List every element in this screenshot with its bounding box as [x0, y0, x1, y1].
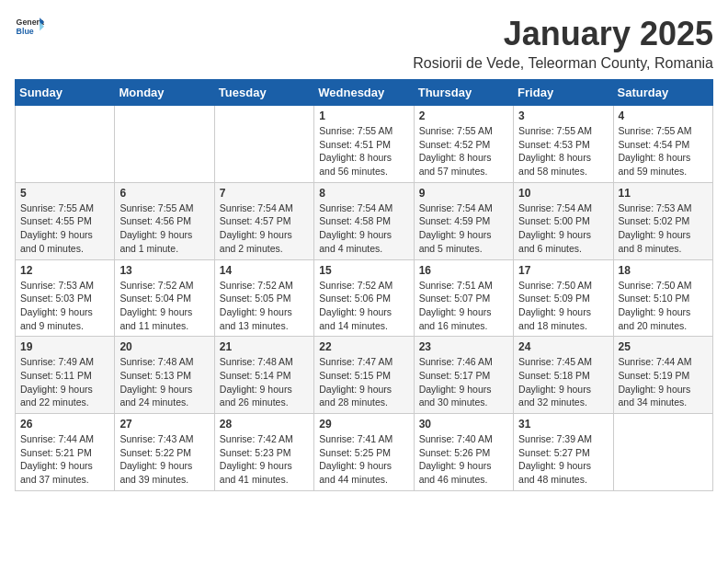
day-number: 12 — [20, 264, 109, 277]
title-area: January 2025 Rosiorii de Vede, Teleorman… — [413, 15, 713, 72]
day-info: Sunrise: 7:46 AM Sunset: 5:17 PM Dayligh… — [419, 355, 508, 409]
weekday-header-friday: Friday — [514, 80, 613, 106]
calendar-cell: 2Sunrise: 7:55 AM Sunset: 4:52 PM Daylig… — [414, 106, 513, 183]
logo: General Blue — [15, 15, 44, 37]
day-number: 2 — [419, 109, 508, 122]
calendar-cell: 30Sunrise: 7:40 AM Sunset: 5:26 PM Dayli… — [414, 414, 513, 491]
calendar-cell: 29Sunrise: 7:41 AM Sunset: 5:25 PM Dayli… — [314, 414, 414, 491]
day-info: Sunrise: 7:41 AM Sunset: 5:25 PM Dayligh… — [319, 432, 408, 487]
calendar-cell: 1Sunrise: 7:55 AM Sunset: 4:51 PM Daylig… — [314, 106, 414, 183]
day-number: 7 — [220, 187, 309, 200]
day-number: 8 — [319, 187, 408, 200]
calendar-cell: 20Sunrise: 7:48 AM Sunset: 5:13 PM Dayli… — [115, 337, 214, 414]
calendar-title: January 2025 — [413, 15, 713, 53]
day-number: 17 — [518, 264, 608, 277]
calendar-cell: 14Sunrise: 7:52 AM Sunset: 5:05 PM Dayli… — [214, 259, 313, 337]
weekday-header-wednesday: Wednesday — [314, 80, 414, 106]
day-number: 25 — [619, 340, 708, 353]
weekday-header-row: SundayMondayTuesdayWednesdayThursdayFrid… — [16, 80, 713, 106]
calendar-cell: 18Sunrise: 7:50 AM Sunset: 5:10 PM Dayli… — [613, 259, 712, 337]
day-info: Sunrise: 7:55 AM Sunset: 4:51 PM Dayligh… — [319, 124, 408, 178]
day-info: Sunrise: 7:55 AM Sunset: 4:52 PM Dayligh… — [419, 124, 508, 178]
day-info: Sunrise: 7:44 AM Sunset: 5:21 PM Dayligh… — [20, 432, 109, 487]
day-info: Sunrise: 7:40 AM Sunset: 5:26 PM Dayligh… — [419, 432, 508, 487]
day-number: 4 — [619, 109, 708, 122]
day-info: Sunrise: 7:54 AM Sunset: 4:58 PM Dayligh… — [319, 201, 408, 256]
calendar-cell: 11Sunrise: 7:53 AM Sunset: 5:02 PM Dayli… — [613, 182, 712, 259]
week-row-1: 1Sunrise: 7:55 AM Sunset: 4:51 PM Daylig… — [16, 106, 713, 183]
day-number: 9 — [419, 187, 508, 200]
day-number: 15 — [319, 264, 408, 277]
day-info: Sunrise: 7:55 AM Sunset: 4:56 PM Dayligh… — [119, 201, 209, 256]
weekday-header-tuesday: Tuesday — [214, 80, 313, 106]
weekday-header-monday: Monday — [115, 80, 214, 106]
day-number: 3 — [518, 109, 608, 122]
week-row-3: 12Sunrise: 7:53 AM Sunset: 5:03 PM Dayli… — [16, 259, 713, 337]
calendar-cell: 21Sunrise: 7:48 AM Sunset: 5:14 PM Dayli… — [214, 337, 313, 414]
day-number: 5 — [20, 187, 109, 200]
weekday-header-thursday: Thursday — [414, 80, 513, 106]
calendar-cell: 3Sunrise: 7:55 AM Sunset: 4:53 PM Daylig… — [514, 106, 613, 183]
week-row-5: 26Sunrise: 7:44 AM Sunset: 5:21 PM Dayli… — [16, 414, 713, 491]
calendar-cell: 16Sunrise: 7:51 AM Sunset: 5:07 PM Dayli… — [414, 259, 513, 337]
day-number: 26 — [20, 418, 109, 431]
day-info: Sunrise: 7:55 AM Sunset: 4:55 PM Dayligh… — [20, 201, 109, 256]
day-number: 1 — [319, 109, 408, 122]
day-number: 22 — [319, 340, 408, 353]
calendar-subtitle: Rosiorii de Vede, Teleorman County, Roma… — [413, 55, 713, 72]
day-number: 30 — [419, 418, 508, 431]
day-info: Sunrise: 7:52 AM Sunset: 5:04 PM Dayligh… — [119, 279, 209, 333]
day-number: 16 — [419, 264, 508, 277]
calendar-cell: 10Sunrise: 7:54 AM Sunset: 5:00 PM Dayli… — [514, 182, 613, 259]
week-row-2: 5Sunrise: 7:55 AM Sunset: 4:55 PM Daylig… — [16, 182, 713, 259]
day-info: Sunrise: 7:48 AM Sunset: 5:13 PM Dayligh… — [119, 355, 209, 409]
calendar-cell — [613, 414, 712, 491]
day-info: Sunrise: 7:55 AM Sunset: 4:53 PM Dayligh… — [518, 124, 608, 178]
day-number: 27 — [119, 418, 209, 431]
day-number: 28 — [220, 418, 309, 431]
week-row-4: 19Sunrise: 7:49 AM Sunset: 5:11 PM Dayli… — [16, 337, 713, 414]
day-number: 31 — [518, 418, 608, 431]
day-info: Sunrise: 7:53 AM Sunset: 5:02 PM Dayligh… — [619, 201, 708, 256]
calendar-cell: 4Sunrise: 7:55 AM Sunset: 4:54 PM Daylig… — [613, 106, 712, 183]
day-number: 11 — [619, 187, 708, 200]
day-number: 14 — [220, 264, 309, 277]
day-info: Sunrise: 7:45 AM Sunset: 5:18 PM Dayligh… — [518, 355, 608, 409]
calendar-cell: 28Sunrise: 7:42 AM Sunset: 5:23 PM Dayli… — [214, 414, 313, 491]
calendar-cell: 15Sunrise: 7:52 AM Sunset: 5:06 PM Dayli… — [314, 259, 414, 337]
day-info: Sunrise: 7:39 AM Sunset: 5:27 PM Dayligh… — [518, 432, 608, 487]
day-info: Sunrise: 7:43 AM Sunset: 5:22 PM Dayligh… — [119, 432, 209, 487]
day-number: 24 — [518, 340, 608, 353]
day-info: Sunrise: 7:54 AM Sunset: 5:00 PM Dayligh… — [518, 201, 608, 256]
day-info: Sunrise: 7:52 AM Sunset: 5:05 PM Dayligh… — [220, 279, 309, 333]
calendar-cell: 6Sunrise: 7:55 AM Sunset: 4:56 PM Daylig… — [115, 182, 214, 259]
day-number: 20 — [119, 340, 209, 353]
weekday-header-sunday: Sunday — [16, 80, 115, 106]
day-number: 10 — [518, 187, 608, 200]
header: General Blue January 2025 Rosiorii de Ve… — [15, 15, 713, 72]
day-number: 6 — [119, 187, 209, 200]
day-info: Sunrise: 7:52 AM Sunset: 5:06 PM Dayligh… — [319, 279, 408, 333]
calendar-cell — [214, 106, 313, 183]
calendar-cell: 25Sunrise: 7:44 AM Sunset: 5:19 PM Dayli… — [613, 337, 712, 414]
day-number: 23 — [419, 340, 508, 353]
calendar-cell: 27Sunrise: 7:43 AM Sunset: 5:22 PM Dayli… — [115, 414, 214, 491]
day-info: Sunrise: 7:48 AM Sunset: 5:14 PM Dayligh… — [220, 355, 309, 409]
day-number: 13 — [119, 264, 209, 277]
calendar-cell: 19Sunrise: 7:49 AM Sunset: 5:11 PM Dayli… — [16, 337, 115, 414]
calendar-cell: 5Sunrise: 7:55 AM Sunset: 4:55 PM Daylig… — [16, 182, 115, 259]
day-number: 21 — [220, 340, 309, 353]
calendar-cell: 24Sunrise: 7:45 AM Sunset: 5:18 PM Dayli… — [514, 337, 613, 414]
calendar-cell: 31Sunrise: 7:39 AM Sunset: 5:27 PM Dayli… — [514, 414, 613, 491]
day-info: Sunrise: 7:54 AM Sunset: 4:59 PM Dayligh… — [419, 201, 508, 256]
calendar-cell: 17Sunrise: 7:50 AM Sunset: 5:09 PM Dayli… — [514, 259, 613, 337]
calendar-cell: 22Sunrise: 7:47 AM Sunset: 5:15 PM Dayli… — [314, 337, 414, 414]
calendar-cell: 23Sunrise: 7:46 AM Sunset: 5:17 PM Dayli… — [414, 337, 513, 414]
day-number: 29 — [319, 418, 408, 431]
calendar-cell: 26Sunrise: 7:44 AM Sunset: 5:21 PM Dayli… — [16, 414, 115, 491]
day-info: Sunrise: 7:42 AM Sunset: 5:23 PM Dayligh… — [220, 432, 309, 487]
calendar-table: SundayMondayTuesdayWednesdayThursdayFrid… — [15, 79, 713, 491]
day-info: Sunrise: 7:50 AM Sunset: 5:10 PM Dayligh… — [619, 279, 708, 333]
calendar-cell — [16, 106, 115, 183]
day-info: Sunrise: 7:47 AM Sunset: 5:15 PM Dayligh… — [319, 355, 408, 409]
